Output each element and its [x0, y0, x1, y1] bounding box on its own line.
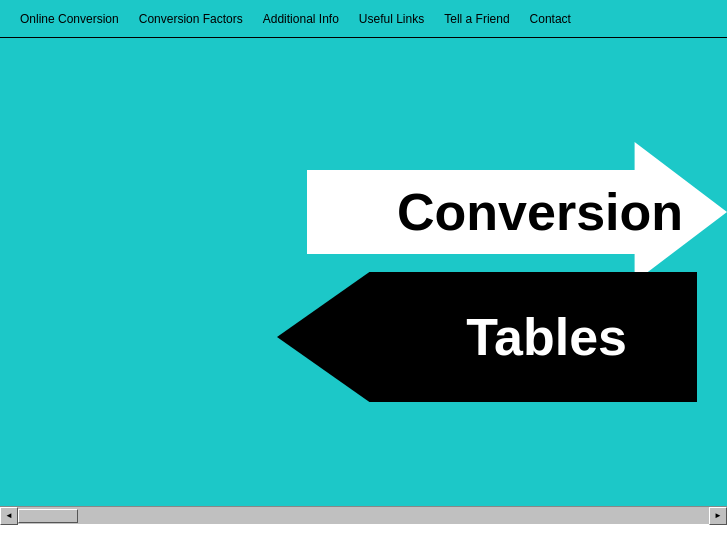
scrollbar: ◄ ►: [0, 506, 727, 524]
nav-useful-links[interactable]: Useful Links: [349, 12, 434, 26]
nav-additional-info[interactable]: Additional Info: [253, 12, 349, 26]
scroll-thumb[interactable]: [18, 509, 78, 523]
nav-tell-a-friend[interactable]: Tell a Friend: [434, 12, 519, 26]
navbar: Online Conversion Conversion Factors Add…: [0, 0, 727, 38]
scroll-right-button[interactable]: ►: [709, 507, 727, 525]
arrow-right-text: Conversion: [347, 182, 683, 242]
nav-online-conversion[interactable]: Online Conversion: [10, 12, 129, 26]
scroll-track[interactable]: [18, 507, 709, 524]
nav-conversion-factors[interactable]: Conversion Factors: [129, 12, 253, 26]
main-content: Conversion Tables: [0, 38, 727, 506]
scroll-left-button[interactable]: ◄: [0, 507, 18, 525]
arrows-container: Conversion Tables: [297, 142, 727, 402]
arrow-right-shape: Conversion: [307, 142, 727, 282]
arrow-left-shape: Tables: [277, 272, 697, 402]
nav-contact[interactable]: Contact: [520, 12, 581, 26]
arrow-left: Tables: [277, 272, 697, 402]
arrow-left-text: Tables: [466, 307, 657, 367]
arrow-right: Conversion: [307, 142, 727, 282]
